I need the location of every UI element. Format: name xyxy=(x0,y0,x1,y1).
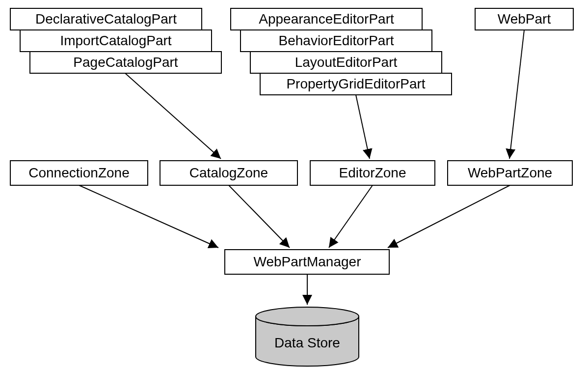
webpart-zone-label: WebPartZone xyxy=(468,165,552,180)
webpart-manager-label: WebPartManager xyxy=(254,254,361,269)
catalog-parts-stack: DeclarativeCatalogPart ImportCatalogPart… xyxy=(10,8,221,73)
arrow-catalogparts-to-catalogzone xyxy=(125,73,221,159)
arrow-webpart-to-webpartzone xyxy=(509,30,524,159)
editor-zone-label: EditorZone xyxy=(339,165,406,180)
web-part-box: WebPart xyxy=(475,8,573,30)
connection-zone-label: ConnectionZone xyxy=(28,165,129,180)
editor-parts-stack: AppearanceEditorPart BehaviorEditorPart … xyxy=(231,8,452,95)
arrow-catalogzone-to-manager xyxy=(229,185,290,248)
behavior-editor-part-label: BehaviorEditorPart xyxy=(278,33,394,48)
catalog-zone-label: CatalogZone xyxy=(189,165,268,180)
architecture-diagram: DeclarativeCatalogPart ImportCatalogPart… xyxy=(0,0,588,372)
page-catalog-part-label: PageCatalogPart xyxy=(73,55,178,70)
declarative-catalog-part-label: DeclarativeCatalogPart xyxy=(35,11,177,27)
webpart-manager-box: WebPartManager xyxy=(225,250,389,274)
arrow-editorzone-to-manager xyxy=(329,185,373,248)
arrow-connectionzone-to-manager xyxy=(79,185,218,248)
data-store-label: Data Store xyxy=(274,335,340,350)
zones-row: ConnectionZone CatalogZone EditorZone We… xyxy=(10,161,572,185)
property-grid-editor-part-label: PropertyGridEditorPart xyxy=(286,76,425,91)
import-catalog-part-label: ImportCatalogPart xyxy=(60,33,171,48)
web-part-label: WebPart xyxy=(498,11,551,27)
layout-editor-part-label: LayoutEditorPart xyxy=(295,55,398,70)
appearance-editor-part-label: AppearanceEditorPart xyxy=(259,11,394,27)
arrow-webpartzone-to-manager xyxy=(388,185,510,248)
arrow-editorparts-to-editorzone xyxy=(356,95,370,159)
data-store-cylinder: Data Store xyxy=(256,307,359,366)
svg-point-13 xyxy=(256,307,359,326)
